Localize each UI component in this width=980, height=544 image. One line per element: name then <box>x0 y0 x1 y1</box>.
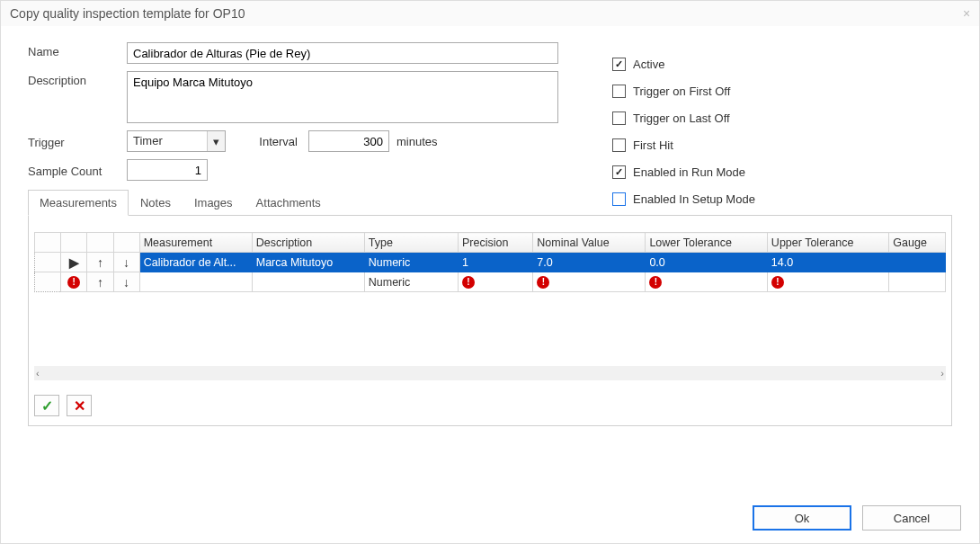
scroll-right-icon[interactable]: › <box>940 368 944 379</box>
error-icon: ! <box>61 272 87 292</box>
col-description[interactable]: Description <box>252 233 364 253</box>
scroll-left-icon[interactable]: ‹ <box>36 368 40 379</box>
col-lower-tol[interactable]: Lower Tolerance <box>646 233 767 253</box>
interval-input[interactable] <box>308 130 389 152</box>
col-measurement[interactable]: Measurement <box>139 233 252 253</box>
x-icon: ✕ <box>74 397 85 415</box>
form-left: Name Description Trigger Timer ▾ Interva… <box>28 42 603 181</box>
accept-button[interactable]: ✓ <box>34 395 59 416</box>
col-gauge[interactable]: Gauge <box>889 233 946 253</box>
cell-type[interactable]: Numeric <box>364 272 458 292</box>
move-down-icon[interactable]: ↓ <box>113 253 139 272</box>
cell-measurement[interactable]: Calibrador de Alt... <box>139 253 252 272</box>
trigger-first-off-label: Trigger on First Off <box>633 85 730 98</box>
error-icon: ! <box>537 276 549 289</box>
cell-precision[interactable]: 1 <box>458 253 532 272</box>
reject-button[interactable]: ✕ <box>67 395 92 416</box>
active-checkbox[interactable]: ✓ <box>612 58 626 71</box>
tab-strip: Measurements Notes Images Attachments <box>28 190 952 216</box>
cell-type[interactable]: Numeric <box>364 253 458 272</box>
cell-gauge[interactable] <box>889 253 946 272</box>
cell-measurement[interactable] <box>139 272 252 292</box>
description-input[interactable] <box>127 71 558 123</box>
cell-description[interactable] <box>252 272 364 292</box>
trigger-label: Trigger <box>28 133 127 149</box>
title-bar: Copy quality inspection template for OP1… <box>1 1 979 26</box>
first-hit-checkbox[interactable] <box>612 138 626 152</box>
trigger-last-off-label: Trigger on Last Off <box>633 111 730 125</box>
trigger-value: Timer <box>133 134 163 147</box>
trigger-first-off-checkbox[interactable] <box>612 85 626 98</box>
cell-nominal[interactable]: ! <box>533 272 646 292</box>
interval-unit: minutes <box>396 135 438 148</box>
name-label: Name <box>28 42 127 58</box>
dialog-window: Copy quality inspection template for OP1… <box>0 0 980 544</box>
description-label: Description <box>28 71 127 87</box>
tab-attachments[interactable]: Attachments <box>245 190 333 216</box>
error-icon: ! <box>771 276 784 289</box>
trigger-select[interactable]: Timer ▾ <box>127 130 226 152</box>
cancel-button[interactable]: Cancel <box>862 505 961 531</box>
error-icon: ! <box>462 276 475 289</box>
enabled-run-label: Enabled in Run Mode <box>633 165 745 179</box>
active-label: Active <box>633 58 664 71</box>
tab-body: Measurement Description Type Precision N… <box>28 215 952 426</box>
col-type[interactable]: Type <box>364 233 458 253</box>
move-up-icon[interactable]: ↑ <box>87 253 113 272</box>
ok-button[interactable]: Ok <box>753 505 851 531</box>
error-icon: ! <box>649 276 662 289</box>
cell-lower-tol[interactable]: 0.0 <box>646 253 767 272</box>
cell-lower-tol[interactable]: ! <box>646 272 767 292</box>
table-row[interactable]: ▶ ↑ ↓ Calibrador de Alt... Marca Mitutoy… <box>35 253 946 272</box>
cell-upper-tol[interactable]: ! <box>767 272 888 292</box>
close-icon[interactable]: × <box>958 4 976 22</box>
cell-description[interactable]: Marca Mitutoyo <box>252 253 364 272</box>
sample-count-label: Sample Count <box>28 162 127 178</box>
checkbox-group: ✓Active Trigger on First Off Trigger on … <box>612 50 755 212</box>
tab-images[interactable]: Images <box>183 190 245 216</box>
enabled-run-checkbox[interactable]: ✓ <box>612 165 626 179</box>
enabled-setup-checkbox[interactable] <box>612 192 626 206</box>
horizontal-scrollbar[interactable]: ‹ › <box>34 366 946 380</box>
grid-action-buttons: ✓ ✕ <box>34 395 92 416</box>
check-icon: ✓ <box>41 397 53 415</box>
row-indicator-icon: ▶ <box>61 253 87 272</box>
sample-count-input[interactable] <box>127 159 208 181</box>
tab-notes[interactable]: Notes <box>129 190 183 216</box>
content-area: Name Description Trigger Timer ▾ Interva… <box>1 26 979 435</box>
move-down-icon[interactable]: ↓ <box>113 272 139 292</box>
table-row[interactable]: ! ↑ ↓ Numeric ! ! ! ! <box>35 272 946 292</box>
measurements-grid: Measurement Description Type Precision N… <box>34 232 946 292</box>
cell-upper-tol[interactable]: 14.0 <box>767 253 888 272</box>
first-hit-label: First Hit <box>633 138 673 152</box>
col-nominal[interactable]: Nominal Value <box>533 233 646 253</box>
col-upper-tol[interactable]: Upper Tolerance <box>767 233 888 253</box>
grid-header-row: Measurement Description Type Precision N… <box>35 233 946 253</box>
cell-gauge[interactable] <box>889 272 946 292</box>
enabled-setup-label: Enabled In Setup Mode <box>633 192 755 206</box>
col-precision[interactable]: Precision <box>458 233 532 253</box>
chevron-down-icon[interactable]: ▾ <box>207 131 225 151</box>
cell-precision[interactable]: ! <box>458 272 532 292</box>
dialog-footer: Ok Cancel <box>753 505 961 531</box>
tab-measurements[interactable]: Measurements <box>28 190 129 216</box>
trigger-last-off-checkbox[interactable] <box>612 111 626 125</box>
cell-nominal[interactable]: 7.0 <box>533 253 646 272</box>
interval-label: Interval <box>244 135 298 148</box>
name-input[interactable] <box>127 42 558 64</box>
window-title: Copy quality inspection template for OP1… <box>10 6 245 21</box>
move-up-icon[interactable]: ↑ <box>87 272 113 292</box>
